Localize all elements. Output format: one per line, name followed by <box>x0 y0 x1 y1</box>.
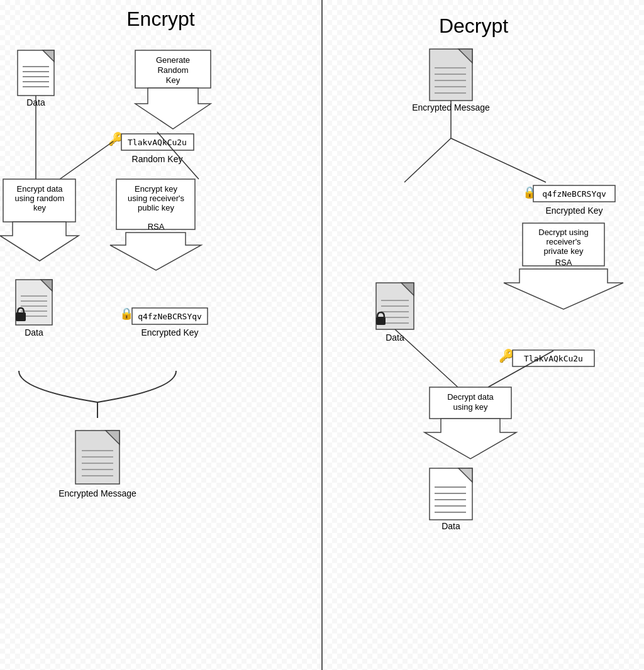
svg-rect-54 <box>430 49 472 101</box>
svg-line-87 <box>395 329 458 387</box>
svg-line-18 <box>157 132 199 179</box>
svg-text:🔑: 🔑 <box>499 348 514 363</box>
svg-rect-69 <box>523 223 604 266</box>
svg-text:Key: Key <box>166 75 180 85</box>
svg-rect-20 <box>3 179 75 222</box>
svg-rect-31 <box>16 280 52 325</box>
svg-rect-8 <box>135 50 211 88</box>
svg-line-88 <box>488 351 553 387</box>
svg-marker-1 <box>43 50 54 62</box>
svg-rect-89 <box>430 387 511 419</box>
svg-text:public key: public key <box>138 203 174 212</box>
svg-marker-24 <box>0 222 79 261</box>
svg-marker-12 <box>135 88 211 129</box>
svg-text:TlakvAQkCu2u: TlakvAQkCu2u <box>524 354 583 363</box>
svg-text:RSA: RSA <box>148 222 165 231</box>
svg-text:Data: Data <box>25 327 43 338</box>
svg-text:Decrypt data: Decrypt data <box>447 392 494 402</box>
left-diagram-svg: Data Generate Random Key 🔑 TlakvAQkCu2u … <box>0 0 321 670</box>
svg-rect-93 <box>430 468 472 520</box>
svg-rect-75 <box>376 283 414 329</box>
svg-text:using receiver's: using receiver's <box>128 194 184 203</box>
svg-line-63 <box>404 138 451 182</box>
svg-rect-82 <box>376 317 386 325</box>
svg-marker-32 <box>41 280 52 291</box>
svg-text:private key: private key <box>544 246 584 256</box>
svg-text:Encrypted Message: Encrypted Message <box>58 488 136 498</box>
svg-marker-30 <box>110 233 201 270</box>
svg-rect-0 <box>18 50 54 96</box>
svg-rect-25 <box>116 179 195 229</box>
svg-text:Encrypt data: Encrypt data <box>17 184 64 194</box>
svg-line-64 <box>451 138 546 182</box>
svg-rect-41 <box>132 308 208 324</box>
svg-marker-55 <box>458 49 472 63</box>
svg-rect-66 <box>533 185 615 202</box>
svg-marker-76 <box>401 283 414 295</box>
encrypt-title: Encrypt <box>0 8 321 31</box>
encrypt-panel: Encrypt Data Generate Random Key <box>0 0 321 670</box>
svg-line-19 <box>60 141 113 179</box>
decrypt-panel: Decrypt Encrypted Message 🔒 q4fzNeBCRSYq… <box>323 0 644 670</box>
svg-marker-92 <box>425 419 516 459</box>
svg-marker-74 <box>504 269 623 309</box>
svg-text:key: key <box>33 203 47 212</box>
left-data-doc <box>18 50 54 96</box>
svg-text:using random: using random <box>15 194 65 203</box>
svg-text:🔒: 🔒 <box>119 307 134 321</box>
svg-text:Random Key: Random Key <box>132 154 183 164</box>
svg-text:using key: using key <box>453 402 488 412</box>
svg-text:q4fzNeBCRSYqv: q4fzNeBCRSYqv <box>542 189 606 199</box>
svg-text:receiver's: receiver's <box>546 237 581 246</box>
svg-text:Random: Random <box>157 65 188 75</box>
svg-rect-38 <box>16 312 26 321</box>
svg-text:Data: Data <box>441 521 460 531</box>
svg-marker-46 <box>106 431 119 444</box>
svg-text:🔒: 🔒 <box>523 185 537 199</box>
svg-text:Encrypted Key: Encrypted Key <box>545 206 602 216</box>
svg-text:q4fzNeBCRSYqv: q4fzNeBCRSYqv <box>138 312 202 321</box>
svg-text:Decrypt: Decrypt <box>439 14 508 37</box>
svg-rect-85 <box>513 350 594 366</box>
svg-text:Data: Data <box>26 97 45 107</box>
svg-text:🔑: 🔑 <box>108 131 124 146</box>
svg-text:RSA: RSA <box>555 258 572 267</box>
svg-text:TlakvAQkCu2u: TlakvAQkCu2u <box>128 138 187 147</box>
svg-text:Decrypt using: Decrypt using <box>538 228 588 237</box>
svg-rect-14 <box>121 134 194 150</box>
svg-text:Encrypted Key: Encrypted Key <box>141 327 198 338</box>
svg-text:Generate: Generate <box>156 55 190 65</box>
svg-text:Encrypt key: Encrypt key <box>135 184 177 194</box>
svg-rect-45 <box>75 431 119 484</box>
svg-text:Data: Data <box>386 332 404 343</box>
svg-text:Encrypted Message: Encrypted Message <box>412 102 490 113</box>
right-diagram-svg: Decrypt Encrypted Message 🔒 q4fzNeBCRSYq… <box>323 0 644 670</box>
svg-marker-94 <box>458 468 472 482</box>
